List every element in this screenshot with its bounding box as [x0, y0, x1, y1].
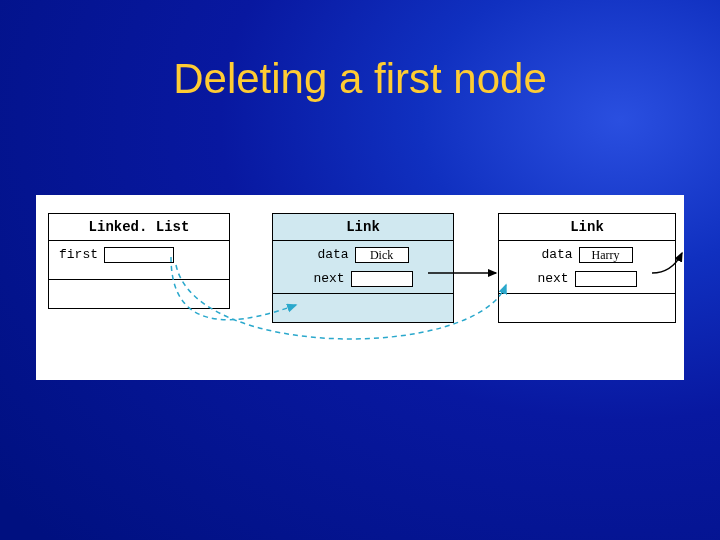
linkedlist-fields-section: first	[49, 241, 229, 280]
link2-next-row: next	[503, 267, 671, 291]
link-node-1: Link data Dick next	[272, 213, 454, 323]
link1-data-value: Dick	[355, 247, 409, 263]
link2-next-pointer-box	[575, 271, 637, 287]
linkedlist-empty-section	[49, 280, 229, 308]
link2-data-label: data	[541, 244, 572, 266]
slide-title: Deleting a first node	[0, 55, 720, 103]
link1-fields-section: data Dick next	[273, 241, 453, 294]
slide: Deleting a first node Linked. List first…	[0, 0, 720, 540]
link1-next-row: next	[277, 267, 449, 291]
link2-data-row: data Harry	[503, 243, 671, 267]
link1-next-pointer-box	[351, 271, 413, 287]
first-pointer-box	[104, 247, 174, 263]
link-node-2: Link data Harry next	[498, 213, 676, 323]
first-label: first	[59, 244, 98, 266]
link2-header: Link	[499, 214, 675, 241]
link1-empty-section	[273, 294, 453, 322]
link1-data-row: data Dick	[277, 243, 449, 267]
linked-list-diagram: Linked. List first Link data Dick next	[36, 195, 684, 380]
link2-next-label: next	[537, 268, 568, 290]
link1-next-label: next	[313, 268, 344, 290]
link2-data-value: Harry	[579, 247, 633, 263]
linkedlist-box: Linked. List first	[48, 213, 230, 309]
link2-empty-section	[499, 294, 675, 322]
linkedlist-header: Linked. List	[49, 214, 229, 241]
link2-fields-section: data Harry next	[499, 241, 675, 294]
link1-data-label: data	[317, 244, 348, 266]
linkedlist-first-row: first	[53, 243, 225, 267]
link1-header: Link	[273, 214, 453, 241]
